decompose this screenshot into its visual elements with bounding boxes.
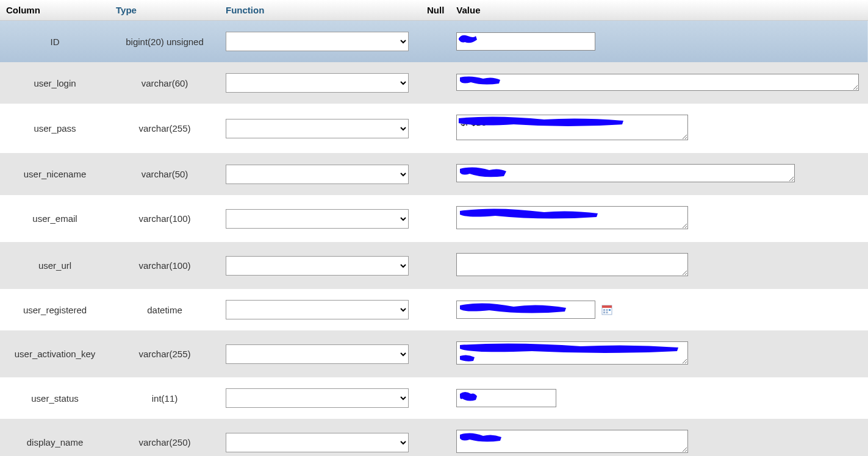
function-cell [220, 242, 421, 289]
value-input[interactable] [456, 301, 595, 319]
value-cell [450, 21, 868, 63]
header-column: Column [0, 0, 110, 21]
svg-rect-6 [606, 312, 608, 313]
function-cell [220, 21, 421, 63]
value-textarea[interactable] [456, 206, 688, 229]
value-input[interactable] [456, 389, 556, 407]
function-select[interactable] [226, 344, 409, 364]
null-cell [421, 21, 450, 63]
value-cell: $P$B3 [450, 104, 868, 153]
header-type[interactable]: Type [110, 0, 220, 21]
row-user_status: user_statusint(11) [0, 377, 868, 419]
header-function[interactable]: Function [220, 0, 421, 21]
svg-rect-3 [606, 309, 608, 311]
null-cell [421, 104, 450, 153]
column-name: user_url [0, 242, 110, 289]
header-null: Null [421, 0, 450, 21]
function-cell [220, 104, 421, 153]
value-cell [450, 195, 868, 242]
column-type: varchar(100) [110, 242, 220, 289]
column-name: user_status [0, 377, 110, 419]
value-cell [450, 289, 868, 330]
value-textarea[interactable] [456, 430, 688, 453]
value-cell [450, 377, 868, 419]
row-user_activation_key: user_activation_keyvarchar(255) [0, 330, 868, 377]
function-cell [220, 195, 421, 242]
value-cell [450, 153, 868, 195]
function-select[interactable] [226, 119, 409, 138]
function-select[interactable] [226, 73, 409, 93]
column-type: int(11) [110, 377, 220, 419]
value-cell [450, 242, 868, 289]
function-select[interactable] [226, 165, 409, 184]
column-name: user_activation_key [0, 330, 110, 377]
column-type: varchar(255) [110, 104, 220, 153]
value-textarea[interactable] [456, 253, 688, 276]
value-cell [450, 330, 868, 377]
null-cell [421, 330, 450, 377]
function-cell [220, 62, 421, 104]
row-display_name: display_namevarchar(250) [0, 419, 868, 456]
function-cell [220, 419, 421, 456]
svg-rect-5 [603, 312, 605, 313]
column-name: user_nicename [0, 153, 110, 195]
column-name: user_pass [0, 104, 110, 153]
function-select[interactable] [226, 256, 409, 276]
row-user_registered: user_registereddatetime [0, 289, 868, 330]
row-user_nicename: user_nicenamevarchar(50) [0, 153, 868, 195]
column-type: bigint(20) unsigned [110, 21, 220, 63]
row-user_login: user_loginvarchar(60) [0, 62, 868, 104]
svg-rect-1 [602, 305, 612, 308]
null-cell [421, 377, 450, 419]
row-user_url: user_urlvarchar(100) [0, 242, 868, 289]
row-user_pass: user_passvarchar(255)$P$B3 [0, 104, 868, 153]
function-cell [220, 377, 421, 419]
value-textarea[interactable]: $P$B3 [456, 115, 688, 140]
column-type: datetime [110, 289, 220, 330]
null-cell [421, 289, 450, 330]
value-textarea[interactable] [456, 74, 859, 91]
null-cell [421, 195, 450, 242]
calendar-icon[interactable] [601, 304, 612, 315]
null-cell [421, 419, 450, 456]
value-textarea[interactable] [456, 164, 795, 182]
edit-form-table: Column Type Function Null Value IDbigint… [0, 0, 868, 456]
value-cell [450, 62, 868, 104]
function-select[interactable] [226, 388, 409, 408]
null-cell [421, 62, 450, 104]
value-input[interactable] [456, 32, 595, 51]
null-cell [421, 153, 450, 195]
value-textarea[interactable] [456, 341, 688, 365]
value-cell [450, 419, 868, 456]
column-type: varchar(50) [110, 153, 220, 195]
column-name: ID [0, 21, 110, 63]
header-value: Value [450, 0, 868, 21]
function-select[interactable] [226, 300, 409, 319]
null-cell [421, 242, 450, 289]
column-name: user_email [0, 195, 110, 242]
column-type: varchar(255) [110, 330, 220, 377]
function-select[interactable] [226, 433, 409, 452]
column-type: varchar(60) [110, 62, 220, 104]
function-cell [220, 330, 421, 377]
row-ID: IDbigint(20) unsigned [0, 21, 868, 63]
header-row: Column Type Function Null Value [0, 0, 868, 21]
column-name: user_login [0, 62, 110, 104]
function-cell [220, 289, 421, 330]
function-cell [220, 153, 421, 195]
column-name: user_registered [0, 289, 110, 330]
svg-rect-2 [603, 309, 605, 311]
svg-rect-4 [609, 309, 611, 311]
column-type: varchar(100) [110, 195, 220, 242]
function-select[interactable] [226, 209, 409, 229]
column-type: varchar(250) [110, 419, 220, 456]
function-select[interactable] [226, 32, 409, 51]
column-name: display_name [0, 419, 110, 456]
row-user_email: user_emailvarchar(100) [0, 195, 868, 242]
